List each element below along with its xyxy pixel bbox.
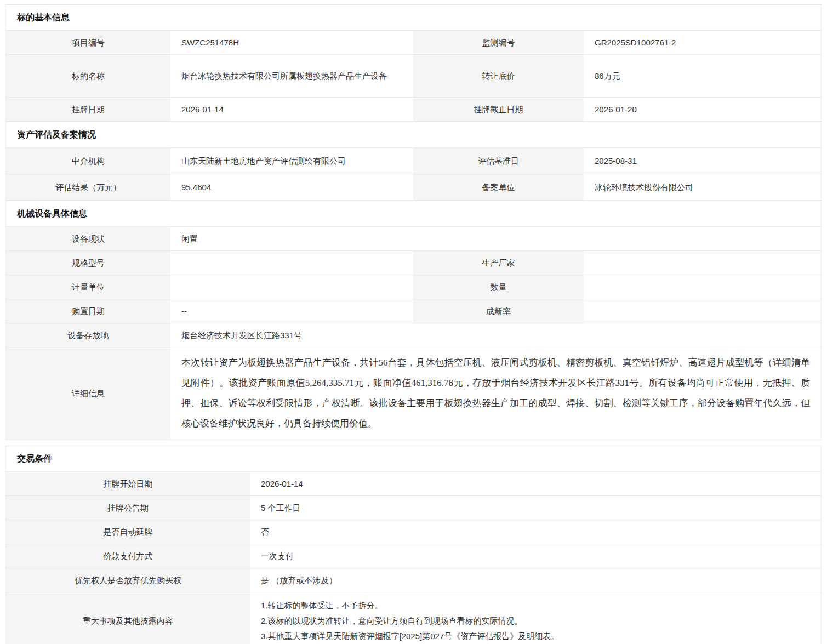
table-row: 详细信息本次转让资产为板翅换热器产品生产设备，共计56台套，具体包括空压机、液压…	[6, 347, 821, 440]
field-value-line: 1.转让标的整体受让，不予拆分。	[261, 598, 383, 613]
field-value: 闲置	[170, 227, 821, 250]
field-label: 重大事项及其他披露内容	[6, 592, 250, 644]
field-value	[170, 275, 413, 299]
table-row: 项目编号SWZC251478H监测编号GR2025SD1002761-2	[6, 30, 821, 54]
field-value: 2026-01-14	[250, 472, 821, 495]
table-row: 优先权人是否放弃优先购买权是 （放弃或不涉及）	[6, 568, 821, 592]
field-label: 评估基准日	[413, 148, 584, 174]
field-label: 设备现状	[6, 227, 170, 250]
field-label: 挂牌公告期	[6, 496, 250, 520]
section-title-equipment-info: 机械设备具体信息	[6, 201, 821, 226]
field-label: 详细信息	[6, 347, 170, 440]
table-row: 挂牌日期2026-01-14挂牌截止日期2026-01-20	[6, 97, 821, 121]
field-value: 否	[250, 520, 821, 544]
field-value: SWZC251478H	[170, 31, 413, 54]
section-equipment-info: 机械设备具体信息设备现状闲置规格型号生产厂家计量单位数量购置日期--成新率设备存…	[5, 201, 822, 440]
field-value: 山东天陆新土地房地产资产评估测绘有限公司	[170, 148, 413, 174]
field-label: 挂牌开始日期	[6, 472, 250, 495]
field-label: 是否自动延牌	[6, 520, 250, 544]
table-row: 计量单位数量	[6, 275, 821, 299]
field-value-line: 3.其他重大事项详见天陆新资评烟报字[2025]第027号《资产评估报告》及明细…	[261, 629, 559, 644]
table-row: 价款支付方式一次支付	[6, 544, 821, 568]
field-label: 数量	[413, 275, 584, 299]
sections-container: 标的基本信息项目编号SWZC251478H监测编号GR2025SD1002761…	[5, 4, 822, 644]
section-title-trade-conditions: 交易条件	[6, 446, 821, 471]
table-row: 是否自动延牌否	[6, 520, 821, 544]
field-value: 烟台冰轮换热技术有限公司所属板翅换热器产品生产设备	[170, 55, 413, 97]
field-value: 5 个工作日	[250, 496, 821, 520]
field-value-line: 2.该标的以现状为准转让，意向受让方须自行到现场查看标的实际情况。	[261, 613, 523, 629]
section-title-assessment: 资产评估及备案情况	[6, 122, 821, 147]
listing-detail-page: 标的基本信息项目编号SWZC251478H监测编号GR2025SD1002761…	[0, 0, 827, 644]
field-label: 挂牌日期	[6, 98, 170, 121]
field-label: 价款支付方式	[6, 544, 250, 568]
section-trade-conditions: 交易条件挂牌开始日期2026-01-14挂牌公告期5 个工作日是否自动延牌否价款…	[5, 446, 822, 644]
table-row: 中介机构山东天陆新土地房地产资产评估测绘有限公司评估基准日2025-08-31	[6, 147, 821, 174]
field-label: 标的名称	[6, 55, 170, 97]
field-value	[584, 251, 821, 275]
field-label: 评估结果（万元）	[6, 174, 170, 200]
field-label: 监测编号	[413, 31, 584, 54]
field-value: 95.4604	[170, 174, 413, 200]
field-value: 冰轮环境技术股份有限公司	[584, 174, 821, 200]
field-value	[584, 299, 821, 323]
table-row: 评估结果（万元）95.4604备案单位冰轮环境技术股份有限公司	[6, 174, 821, 200]
field-label: 设备存放地	[6, 323, 170, 347]
field-value	[584, 275, 821, 299]
section-assessment: 资产评估及备案情况中介机构山东天陆新土地房地产资产评估测绘有限公司评估基准日20…	[5, 122, 822, 201]
field-value: GR2025SD1002761-2	[584, 31, 821, 54]
field-value: --	[170, 299, 413, 323]
field-value: 烟台经济技术开发区长江路331号	[170, 323, 821, 347]
table-row: 设备现状闲置	[6, 226, 821, 250]
field-value: 1.转让标的整体受让，不予拆分。2.该标的以现状为准转让，意向受让方须自行到现场…	[250, 592, 821, 644]
field-label: 中介机构	[6, 148, 170, 174]
field-label: 项目编号	[6, 31, 170, 54]
table-row: 标的名称烟台冰轮换热技术有限公司所属板翅换热器产品生产设备转让底价86万元	[6, 54, 821, 97]
field-value: 2025-08-31	[584, 148, 821, 174]
table-row: 设备存放地烟台经济技术开发区长江路331号	[6, 323, 821, 347]
field-value: 本次转让资产为板翅换热器产品生产设备，共计56台套，具体包括空压机、液压闸式剪板…	[170, 347, 821, 440]
field-label: 生产厂家	[413, 251, 584, 275]
field-label: 备案单位	[413, 174, 584, 200]
field-value: 2026-01-14	[170, 98, 413, 121]
field-label: 成新率	[413, 299, 584, 323]
table-row: 购置日期--成新率	[6, 299, 821, 323]
field-value	[170, 251, 413, 275]
field-label: 规格型号	[6, 251, 170, 275]
field-label: 挂牌截止日期	[413, 98, 584, 121]
table-row: 重大事项及其他披露内容1.转让标的整体受让，不予拆分。2.该标的以现状为准转让，…	[6, 592, 821, 644]
table-row: 挂牌公告期5 个工作日	[6, 495, 821, 520]
field-label: 购置日期	[6, 299, 170, 323]
field-label: 转让底价	[413, 55, 584, 97]
field-value: 一次支付	[250, 544, 821, 568]
field-value: 86万元	[584, 55, 821, 97]
field-label: 优先权人是否放弃优先购买权	[6, 568, 250, 592]
section-title-basic-info: 标的基本信息	[6, 5, 821, 30]
field-value: 是 （放弃或不涉及）	[250, 568, 821, 592]
table-row: 挂牌开始日期2026-01-14	[6, 471, 821, 495]
field-value: 2026-01-20	[584, 98, 821, 121]
section-basic-info: 标的基本信息项目编号SWZC251478H监测编号GR2025SD1002761…	[5, 4, 822, 122]
table-row: 规格型号生产厂家	[6, 250, 821, 275]
field-label: 计量单位	[6, 275, 170, 299]
